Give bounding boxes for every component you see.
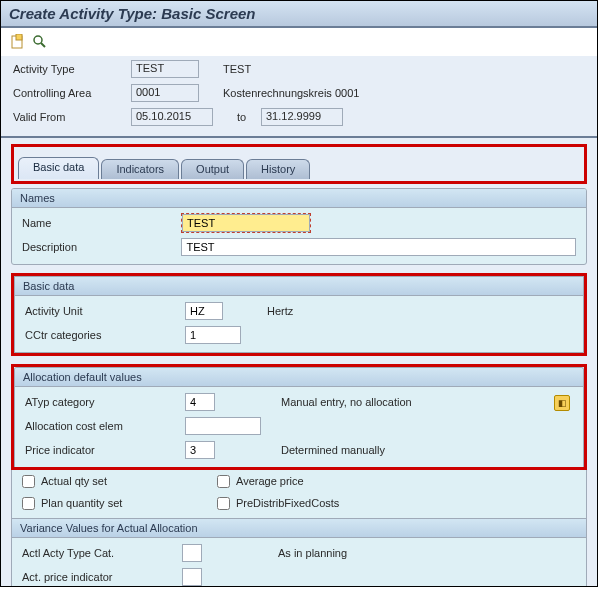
controlling-area-desc: Kostenrechnungskreis 0001 — [199, 87, 359, 99]
plan-quantity-label: Plan quantity set — [41, 497, 122, 509]
activity-type-label: Activity Type — [13, 63, 131, 75]
tab-strip: Basic data Indicators Output History — [11, 144, 587, 184]
actl-acty-input[interactable] — [182, 544, 202, 562]
controlling-area-label: Controlling Area — [13, 87, 131, 99]
atyp-category-label: ATyp category — [25, 396, 185, 408]
name-label: Name — [22, 217, 182, 229]
tab-content: Names Name Description Basic data Activi… — [1, 184, 597, 587]
tab-history[interactable]: History — [246, 159, 310, 179]
svg-line-3 — [41, 43, 45, 47]
activity-unit-desc: Hertz — [223, 305, 293, 317]
group-allocation: Allocation default values ATyp category … — [14, 367, 584, 467]
activity-type-field: TEST — [131, 60, 199, 78]
group-allocation-lower: Actual qty set Average price Plan quanti… — [11, 470, 587, 587]
allocation-cost-input[interactable] — [185, 417, 261, 435]
valid-from-field: 05.10.2015 — [131, 108, 213, 126]
group-basic-data: Basic data Activity Unit Hertz CCtr cate… — [14, 276, 584, 353]
predistrib-checkbox[interactable] — [217, 497, 230, 510]
atyp-category-input[interactable] — [185, 393, 215, 411]
activity-unit-label: Activity Unit — [25, 305, 185, 317]
name-input[interactable] — [182, 214, 310, 232]
actual-qty-checkbox[interactable] — [22, 475, 35, 488]
activity-unit-input[interactable] — [185, 302, 223, 320]
group-names-title: Names — [12, 189, 586, 208]
actual-qty-label: Actual qty set — [41, 475, 107, 487]
cctr-categories-label: CCtr categories — [25, 329, 185, 341]
valid-from-label: Valid From — [13, 111, 131, 123]
act-price-input[interactable] — [182, 568, 202, 586]
description-input[interactable] — [181, 238, 576, 256]
tab-indicators[interactable]: Indicators — [101, 159, 179, 179]
toolbar — [1, 28, 597, 56]
group-names: Names Name Description — [11, 188, 587, 265]
activity-type-desc: TEST — [199, 63, 251, 75]
to-label: to — [213, 111, 261, 123]
allocation-cost-label: Allocation cost elem — [25, 420, 185, 432]
group-basic-title: Basic data — [15, 277, 583, 296]
description-label: Description — [22, 241, 181, 253]
tab-output[interactable]: Output — [181, 159, 244, 179]
average-price-label: Average price — [236, 475, 304, 487]
predistrib-label: PreDistribFixedCosts — [236, 497, 339, 509]
price-indicator-label: Price indicator — [25, 444, 185, 456]
new-icon[interactable] — [9, 33, 27, 51]
tab-basic-data[interactable]: Basic data — [18, 157, 99, 179]
variance-header: Variance Values for Actual Allocation — [12, 518, 586, 538]
valid-to-field: 31.12.9999 — [261, 108, 343, 126]
actl-acty-label: Actl Acty Type Cat. — [22, 547, 182, 559]
average-price-checkbox[interactable] — [217, 475, 230, 488]
help-icon[interactable]: ◧ — [554, 395, 570, 411]
highlight-basic-data: Basic data Activity Unit Hertz CCtr cate… — [11, 273, 587, 356]
price-indicator-desc: Determined manually — [215, 444, 385, 456]
actl-acty-desc: As in planning — [202, 547, 347, 559]
plan-quantity-checkbox[interactable] — [22, 497, 35, 510]
svg-rect-1 — [16, 34, 22, 40]
highlight-allocation: Allocation default values ATyp category … — [11, 364, 587, 470]
price-indicator-input[interactable] — [185, 441, 215, 459]
svg-point-2 — [34, 36, 42, 44]
group-allocation-title: Allocation default values — [15, 368, 583, 387]
header-fields: Activity Type TEST TEST Controlling Area… — [1, 56, 597, 138]
controlling-area-field: 0001 — [131, 84, 199, 102]
act-price-label: Act. price indicator — [22, 571, 182, 583]
atyp-category-desc: Manual entry, no allocation — [215, 396, 412, 408]
search-icon[interactable] — [31, 33, 49, 51]
window-title: Create Activity Type: Basic Screen — [1, 1, 597, 28]
cctr-categories-input[interactable] — [185, 326, 241, 344]
